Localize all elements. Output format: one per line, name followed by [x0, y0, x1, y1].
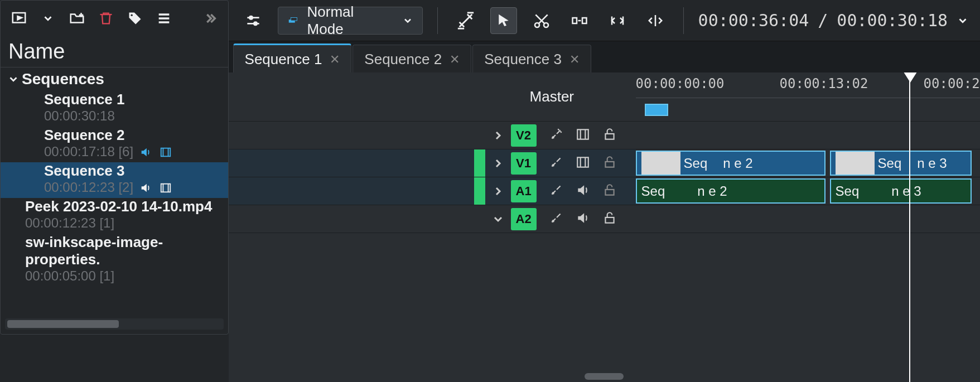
bin-column-header[interactable]: Name [1, 36, 228, 67]
track-header-v1[interactable]: V1 [229, 149, 636, 177]
svg-point-37 [552, 165, 553, 166]
track-label[interactable]: V1 [511, 152, 537, 175]
speaker-icon[interactable] [576, 183, 592, 200]
effects-icon[interactable] [549, 127, 566, 144]
slip-tool-icon[interactable] [642, 7, 669, 34]
film-icon[interactable] [576, 127, 592, 144]
close-icon[interactable]: ✕ [330, 52, 340, 67]
bin-item-sequence-1[interactable]: Sequence 1 00:00:30:18 [1, 91, 228, 127]
tag-icon[interactable] [127, 10, 143, 27]
timecode-duration: 00:00:30:18 [837, 11, 948, 30]
timeline-zone-bar[interactable] [636, 98, 980, 122]
track-header-a1[interactable]: A1 [229, 177, 636, 205]
track-target-indicator[interactable] [474, 177, 485, 205]
svg-rect-36 [605, 133, 614, 139]
timecode-separator: / [818, 11, 828, 30]
bin-item-inkscape[interactable]: sw-inkscape-image-properties. 00:00:05:0… [1, 234, 228, 287]
edit-mode-label: Normal Mode [307, 3, 394, 38]
svg-point-44 [552, 220, 553, 221]
separator [683, 7, 684, 34]
track-label[interactable]: V2 [511, 124, 537, 147]
lock-icon[interactable] [602, 211, 619, 228]
track-a1-lane[interactable]: Seqn e 2 Seqn e 3 [636, 177, 980, 205]
expand-track-icon[interactable] [485, 129, 511, 142]
clip-monitor-icon[interactable] [11, 10, 27, 27]
lock-icon[interactable] [602, 127, 619, 144]
close-icon[interactable]: ✕ [450, 52, 460, 67]
track-header-a2[interactable]: A2 [229, 205, 636, 233]
clip-thumbnail [836, 152, 875, 175]
track-compositing-icon[interactable] [452, 7, 479, 34]
razor-tool-icon[interactable] [528, 7, 555, 34]
track-v1-lane[interactable]: Seqn e 2 Seqn e 3 [636, 149, 980, 177]
clip-seq-3-video[interactable]: Seqn e 3 [830, 151, 972, 176]
timecode-display[interactable]: 00:00:36:04 / 00:00:30:18 [698, 11, 969, 30]
effects-icon[interactable] [549, 183, 566, 200]
bin-horizontal-scrollbar[interactable] [5, 318, 224, 330]
svg-rect-33 [577, 129, 588, 139]
svg-marker-1 [18, 16, 22, 20]
hamburger-menu-icon[interactable] [156, 10, 172, 27]
speaker-icon[interactable] [576, 211, 592, 228]
video-icon [159, 182, 173, 193]
panel-resize-handle[interactable] [585, 373, 624, 380]
svg-rect-43 [605, 189, 614, 195]
folder-sequences[interactable]: Sequences [1, 70, 228, 91]
delete-icon[interactable] [98, 10, 114, 27]
timeline-canvas[interactable]: 00:00:00:00 00:00:13:02 00:00:26:0 00:00… [636, 72, 980, 382]
tab-sequence-1[interactable]: Sequence 1 ✕ [233, 43, 352, 72]
tab-sequence-2[interactable]: Sequence 2 ✕ [353, 45, 471, 72]
audio-icon [139, 182, 153, 193]
expand-track-icon[interactable] [485, 185, 511, 198]
svg-point-15 [249, 16, 252, 19]
zone-marker[interactable] [645, 104, 668, 116]
chevron-down-icon [402, 15, 413, 26]
master-track-header[interactable]: Master [229, 72, 636, 122]
track-target-indicator[interactable] [474, 149, 485, 177]
playhead[interactable] [909, 72, 910, 382]
bin-item-sequence-3[interactable]: Sequence 3 00:00:12:23 [2] [1, 162, 228, 198]
add-folder-icon[interactable] [69, 10, 85, 27]
svg-rect-11 [161, 184, 171, 192]
track-a2-lane[interactable] [636, 205, 980, 233]
ripple-tool-icon[interactable] [604, 7, 631, 34]
bin-item-peek-mp4[interactable]: Peek 2023-02-10 14-10.mp4 00:00:12:23 [1… [1, 198, 228, 234]
project-bin: Name Sequences Sequence 1 00:00:30:18 Se… [0, 0, 229, 335]
bin-tree: Sequences Sequence 1 00:00:30:18 Sequenc… [1, 67, 228, 318]
track-label[interactable]: A1 [511, 180, 537, 202]
chevron-down-icon[interactable] [957, 14, 969, 27]
clip-seq-3-audio[interactable]: Seqn e 3 [830, 178, 972, 204]
bin-toolbar [1, 1, 228, 36]
timeline-body: Master V2 V1 [229, 72, 980, 382]
bin-item-sequence-2[interactable]: Sequence 2 00:00:17:18 [6] [1, 127, 228, 162]
svg-rect-27 [582, 18, 587, 23]
overflow-icon[interactable] [201, 10, 218, 27]
tab-sequence-3[interactable]: Sequence 3 ✕ [472, 45, 591, 72]
spacer-tool-icon[interactable] [566, 7, 593, 34]
track-label[interactable]: A2 [511, 208, 537, 230]
svg-point-32 [552, 137, 553, 138]
scrollbar-thumb[interactable] [7, 320, 119, 328]
effects-icon[interactable] [549, 211, 566, 228]
lock-icon[interactable] [602, 183, 619, 200]
lock-icon[interactable] [602, 155, 619, 172]
film-icon[interactable] [576, 155, 592, 172]
edit-mode-dropdown[interactable]: Normal Mode [278, 7, 423, 35]
chevron-down-icon[interactable] [40, 10, 56, 27]
track-v2-lane[interactable] [636, 122, 980, 149]
video-icon [159, 146, 173, 157]
clip-seq-2-audio[interactable]: Seqn e 2 [636, 178, 825, 204]
expand-track-icon[interactable] [485, 157, 511, 170]
effects-icon[interactable] [549, 155, 566, 172]
clip-thumbnail [641, 152, 680, 175]
selection-tool[interactable] [490, 7, 517, 34]
settings-sliders-icon[interactable] [240, 7, 267, 34]
track-headers: Master V2 V1 [229, 72, 636, 382]
clip-seq-2-video[interactable]: Seqn e 2 [636, 151, 825, 176]
svg-rect-8 [161, 148, 171, 157]
timeline-ruler[interactable]: 00:00:00:00 00:00:13:02 00:00:26:0 00:00… [636, 72, 980, 98]
collapse-track-icon[interactable] [485, 212, 511, 226]
track-header-v2[interactable]: V2 [229, 122, 636, 149]
close-icon[interactable]: ✕ [569, 52, 580, 67]
timecode-position: 00:00:36:04 [698, 11, 809, 30]
